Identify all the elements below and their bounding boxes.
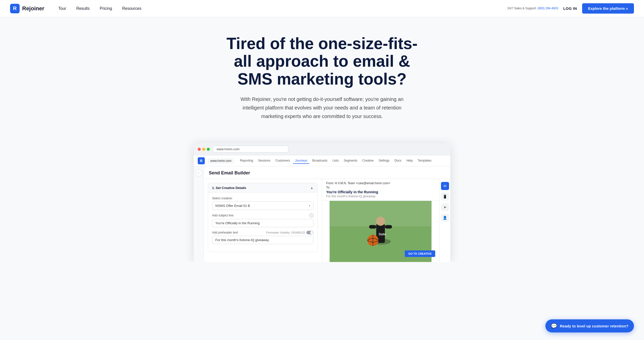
app-nav-templates[interactable]: Templates	[416, 158, 433, 164]
url-bar[interactable]: www.hvmn.com	[213, 146, 288, 153]
collapse-icon[interactable]: ▲	[310, 186, 314, 190]
nav-link-resources[interactable]: Resources	[118, 4, 145, 13]
preheader-value: For this month's Ketone-IQ giveaway	[215, 238, 269, 242]
app-nav-help[interactable]: Help	[405, 158, 415, 164]
go-to-creative-button[interactable]: GO TO CREATIVE	[405, 250, 435, 257]
close-dot	[198, 148, 201, 151]
hero-subtitle: With Rejoiner, you're not getting do-it-…	[236, 95, 408, 121]
toggle-thumb	[310, 231, 313, 234]
app-nav-reporting[interactable]: Reporting	[238, 158, 255, 164]
svg-text:Dalle: Dalle	[379, 233, 386, 236]
app-nav-segments[interactable]: Segments	[342, 158, 359, 164]
back-icon[interactable]: ←	[195, 169, 202, 176]
logo-icon: R	[10, 4, 20, 13]
user-icon[interactable]: 👤	[441, 214, 449, 222]
mobile-icon[interactable]: 📱	[441, 193, 449, 201]
svg-rect-6	[385, 225, 392, 229]
navbar-right: 24/7 Sales & Support: (800) 284-4603 LOG…	[507, 3, 634, 14]
nav-link-pricing[interactable]: Pricing	[96, 4, 116, 13]
app-navbar: R www.hvmn.com Reporting Sessions Custom…	[194, 155, 450, 166]
hero-section: Tired of the one-size-fits-all approach …	[209, 17, 435, 133]
right-sidebar: ✉ 📱 ➤ 👤	[439, 179, 450, 262]
preheader-input[interactable]: For this month's Ketone-IQ giveaway	[212, 236, 313, 244]
app-main-header: Send Email Builder	[204, 166, 450, 179]
brand-name: Rejoiner	[22, 5, 44, 12]
app-nav-journeys[interactable]: Journeys	[293, 158, 309, 164]
preview-header: From: H.V.M.N. Team <care@email.hvmn.com…	[322, 179, 439, 201]
app-nav-url: www.hvmn.com	[208, 158, 234, 163]
support-info: 24/7 Sales & Support: (800) 284-4603	[507, 6, 558, 11]
support-phone[interactable]: (800) 284-4603	[538, 7, 558, 10]
browser-frame: www.hvmn.com R www.hvmn.com Reporting Se…	[194, 143, 450, 262]
preheader-label: Add preheader text:	[212, 231, 238, 234]
explore-platform-button[interactable]: Explore the platform »	[582, 3, 634, 14]
form-section-header: 1. Set Creative Details ▲	[208, 183, 317, 193]
svg-point-4	[376, 217, 385, 226]
creative-details-section: 1. Set Creative Details ▲ Select creativ…	[208, 183, 318, 252]
app-main: Send Email Builder 1. Set Creative Detai…	[204, 166, 450, 262]
minimize-dot	[202, 148, 205, 151]
app-nav-settings[interactable]: Settings	[377, 158, 391, 164]
subject-label-row: Add subject line: i	[212, 213, 313, 217]
preview-preheader: For this month's Ketone-IQ giveaway	[326, 195, 435, 198]
maximize-dot	[207, 148, 210, 151]
form-body: Select creative: NSWS Offer Email 01 B ▾…	[208, 193, 317, 252]
preheader-label-row: Add preheader text: Preheader Visibility…	[212, 231, 313, 234]
nav-link-tour[interactable]: Tour	[54, 4, 70, 13]
screenshot-container: www.hvmn.com R www.hvmn.com Reporting Se…	[184, 143, 460, 262]
app-nav-creative[interactable]: Creative	[360, 158, 376, 164]
login-link[interactable]: LOG IN	[563, 6, 577, 11]
nav-links: Tour Results Pricing Resources	[54, 4, 507, 13]
preheader-visibility-label: Preheader Visibility: DISABLED	[266, 231, 305, 234]
app-sidebar: ←	[194, 166, 204, 262]
main-navbar: R Rejoiner Tour Results Pricing Resource…	[0, 0, 644, 17]
page-title: Send Email Builder	[209, 170, 445, 176]
app-nav-customers[interactable]: Customers	[273, 158, 292, 164]
select-creative-label: Select creative:	[212, 197, 313, 200]
creative-value: NSWS Offer Email 01 B	[215, 204, 250, 208]
nav-link-results[interactable]: Results	[72, 4, 94, 13]
preview-subject: You're Officially in the Running	[326, 190, 435, 194]
send-icon[interactable]: ➤	[441, 203, 449, 211]
email-icon[interactable]: ✉	[441, 182, 449, 190]
app-content: ← Send Email Builder 1. Set Creative Det…	[194, 166, 450, 262]
app-nav-broadcasts[interactable]: Broadcasts	[310, 158, 329, 164]
preview-to: To:	[326, 186, 435, 189]
subject-line-value: You're Officially in the Running	[215, 221, 260, 225]
app-nav-sessions[interactable]: Sessions	[256, 158, 272, 164]
email-preview-panel: From: H.V.M.N. Team <care@email.hvmn.com…	[322, 179, 439, 262]
browser-bar: www.hvmn.com	[194, 143, 450, 155]
form-panel: 1. Set Creative Details ▲ Select creativ…	[204, 179, 322, 262]
select-creative-dropdown[interactable]: NSWS Offer Email 01 B ▾	[212, 202, 313, 210]
form-section-title: 1. Set Creative Details	[212, 186, 246, 190]
app-nav-docs[interactable]: Docs	[392, 158, 403, 164]
preheader-visibility-toggle[interactable]	[306, 231, 313, 234]
chevron-down-icon: ▾	[309, 204, 310, 207]
subject-line-label: Add subject line:	[212, 214, 234, 217]
svg-rect-5	[369, 225, 376, 229]
hero-title: Tired of the one-size-fits-all approach …	[219, 35, 425, 88]
preview-from: From: H.V.M.N. Team <care@email.hvmn.com…	[326, 181, 435, 185]
browser-dots	[198, 148, 210, 151]
brand-logo[interactable]: R Rejoiner	[10, 4, 44, 13]
app-nav-lists[interactable]: Lists	[331, 158, 341, 164]
preview-email-image: Dalle GO TO CREATIVE	[322, 201, 439, 262]
subject-info-icon[interactable]: i	[309, 213, 313, 217]
app-logo-icon: R	[198, 157, 205, 164]
preheader-toggle: Preheader Visibility: DISABLED	[266, 231, 313, 234]
app-main-body: 1. Set Creative Details ▲ Select creativ…	[204, 179, 450, 262]
subject-line-input[interactable]: You're Officially in the Running	[212, 219, 313, 227]
